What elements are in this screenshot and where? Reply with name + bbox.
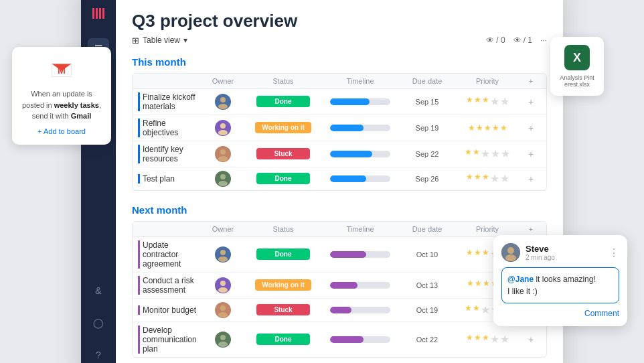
task-name: Monitor budget bbox=[138, 305, 199, 315]
svg-point-15 bbox=[220, 281, 226, 286]
cell-priority: ★★★★★ bbox=[454, 147, 521, 160]
next-month-table: Owner Status Timeline Due date Priority … bbox=[132, 221, 547, 358]
comment-username: Steve bbox=[526, 244, 555, 254]
svg-point-16 bbox=[218, 287, 228, 293]
avatar bbox=[215, 302, 231, 318]
status-badge: Done bbox=[256, 96, 310, 107]
status-badge: Done bbox=[256, 334, 310, 345]
cell-due: Sep 15 bbox=[400, 98, 454, 106]
cell-add[interactable]: + bbox=[521, 123, 541, 133]
table-row: Test plan Done Sep 26 ★★★★★ bbox=[133, 167, 546, 190]
eye2-icon: 👁 bbox=[513, 35, 521, 45]
excel-icon: X bbox=[564, 45, 590, 70]
cell-due: Sep 22 bbox=[400, 150, 454, 158]
gmail-icon: M bbox=[49, 58, 74, 83]
more-button[interactable]: ··· bbox=[540, 35, 547, 45]
timeline-bar bbox=[330, 282, 390, 289]
stat2-value: / 1 bbox=[524, 35, 532, 45]
table-row: Finalize kickoff materials Done Sep 15 bbox=[133, 89, 546, 115]
timeline-bar bbox=[330, 175, 390, 182]
sidebar-logo bbox=[90, 5, 106, 25]
svg-point-5 bbox=[220, 97, 226, 102]
cell-owner bbox=[199, 332, 246, 348]
cell-timeline bbox=[320, 336, 400, 343]
col-task bbox=[138, 225, 199, 233]
cell-add[interactable]: + bbox=[521, 173, 541, 184]
sidebar-item-people[interactable]: & bbox=[88, 280, 109, 301]
svg-point-18 bbox=[218, 312, 228, 317]
svg-point-9 bbox=[220, 149, 226, 155]
task-name: Refine objectives bbox=[138, 119, 199, 137]
view-label: Table view bbox=[143, 35, 180, 45]
cell-owner bbox=[199, 277, 246, 293]
this-month-table: Owner Status Timeline Due date Priority … bbox=[132, 73, 547, 191]
avatar bbox=[215, 246, 231, 263]
cell-add[interactable]: + bbox=[521, 96, 541, 107]
cell-due: Oct 10 bbox=[400, 250, 454, 259]
cell-status: Done bbox=[246, 248, 320, 260]
col-due: Due date bbox=[400, 77, 454, 85]
cell-due: Sep 26 bbox=[400, 175, 454, 183]
cell-owner bbox=[199, 94, 246, 110]
comment-action-button[interactable]: Comment bbox=[501, 309, 619, 318]
col-status: Status bbox=[246, 77, 320, 85]
task-name: Develop communication plan bbox=[138, 325, 199, 354]
col-add[interactable]: + bbox=[521, 77, 541, 85]
timeline-fill bbox=[330, 282, 357, 289]
comment-time: 2 min ago bbox=[526, 254, 555, 261]
toolbar-right: 👁 / 0 👁 / 1 ··· bbox=[486, 35, 547, 45]
cell-due: Oct 19 bbox=[400, 306, 454, 314]
timeline-fill bbox=[330, 151, 372, 157]
sidebar-item-help[interactable]: ? bbox=[88, 344, 109, 364]
window-body: ☰ ◎ ◻ & ◯ ? Q3 project overview ⊞ Table … bbox=[81, 0, 563, 363]
page-title: Q3 project overview bbox=[132, 11, 547, 31]
svg-point-10 bbox=[218, 156, 228, 161]
this-month-title: This month bbox=[132, 56, 547, 68]
col-owner: Owner bbox=[199, 225, 246, 233]
timeline-bar bbox=[330, 125, 390, 131]
svg-point-17 bbox=[220, 305, 226, 311]
table-row: Conduct a risk assessment Working on it … bbox=[133, 273, 546, 299]
comment-more-button[interactable]: ⋮ bbox=[609, 246, 619, 259]
comment-user-info: Steve 2 min ago bbox=[501, 243, 555, 262]
timeline-bar bbox=[330, 336, 390, 343]
status-badge: Working on it bbox=[255, 279, 311, 291]
cell-due: Oct 13 bbox=[400, 281, 454, 289]
col-status: Status bbox=[246, 225, 320, 233]
cell-priority: ★★★★★ bbox=[454, 172, 521, 185]
sidebar-item-profile[interactable]: ◯ bbox=[88, 312, 109, 334]
cell-owner bbox=[199, 146, 246, 162]
svg-text:M: M bbox=[58, 65, 66, 76]
view-selector[interactable]: ⊞ Table view ▾ bbox=[132, 35, 187, 46]
eye-icon: 👁 bbox=[486, 35, 494, 45]
next-month-title: Next month bbox=[132, 204, 547, 216]
cell-timeline bbox=[320, 251, 400, 258]
comment-avatar bbox=[501, 243, 520, 262]
timeline-fill bbox=[330, 336, 364, 343]
cell-add[interactable]: + bbox=[521, 334, 541, 345]
svg-point-19 bbox=[220, 335, 226, 340]
stat1-value: / 0 bbox=[496, 35, 505, 45]
status-badge: Done bbox=[256, 248, 310, 260]
task-name: Finalize kickoff materials bbox=[138, 92, 199, 111]
comment-body: @Jane it looks amazing!I like it :) bbox=[501, 267, 619, 303]
cell-status: Working on it bbox=[246, 122, 320, 133]
svg-point-3 bbox=[507, 247, 514, 254]
gmail-add-link[interactable]: + Add to board bbox=[37, 127, 86, 135]
cell-add[interactable]: + bbox=[521, 149, 541, 159]
cell-owner bbox=[199, 302, 246, 318]
cell-status: Done bbox=[246, 334, 320, 345]
timeline-bar bbox=[330, 307, 390, 313]
cell-timeline bbox=[320, 282, 400, 289]
col-owner: Owner bbox=[199, 77, 246, 85]
table-row: Develop communication plan Done Oct 22 bbox=[133, 322, 546, 357]
avatar bbox=[215, 171, 231, 187]
svg-point-11 bbox=[220, 174, 226, 179]
timeline-fill bbox=[330, 251, 366, 258]
avatar bbox=[215, 94, 231, 110]
col-add[interactable]: + bbox=[521, 225, 541, 233]
svg-point-4 bbox=[505, 255, 516, 261]
cell-status: Stuck bbox=[246, 148, 320, 159]
this-month-header: Owner Status Timeline Due date Priority … bbox=[133, 74, 546, 89]
excel-card: X Analysis Pinterest.xlsx bbox=[550, 37, 604, 96]
